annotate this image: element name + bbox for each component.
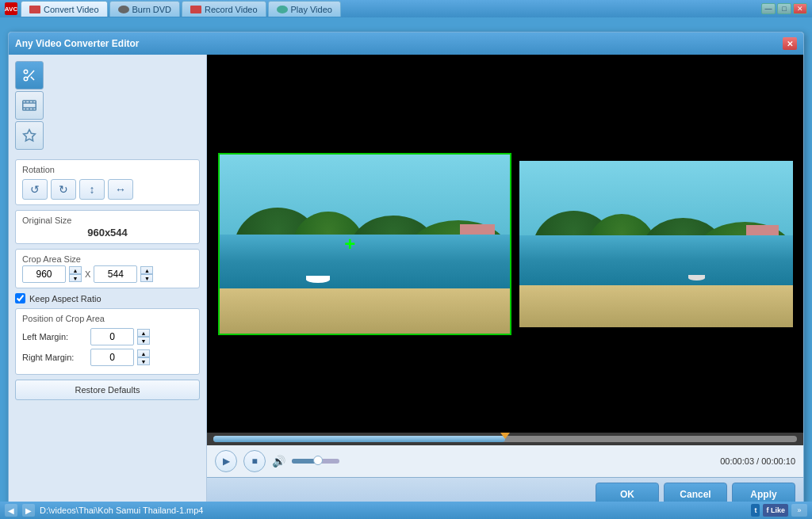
keep-aspect-row: Keep Aspect Ratio [15,293,200,303]
keep-aspect-label: Keep Aspect Ratio [29,294,102,303]
play-button[interactable]: ▶ [215,450,237,472]
beach-right [519,285,793,327]
left-panel: Rotation ↺ ↻ ↕ ↔ Original Size 960x544 C… [9,55,207,510]
app-logo: AVC [5,2,17,15]
tab-burn-dvd[interactable]: Burn DVD [109,1,181,17]
beach-scene-left [220,155,510,334]
volume-thumb[interactable] [313,456,323,465]
crop-area-section: Crop Area Size ▲ ▼ X ▲ ▼ [15,249,200,288]
right-panel: + [207,55,803,510]
crop-height-up-button[interactable]: ▲ [140,266,153,274]
tab-record-video-label: Record Video [205,5,257,14]
left-margin-label: Left Margin: [22,332,87,342]
controls-bar: ▶ ■ 🔊 00:00:03 / 00:00:10 [207,445,803,477]
tab-record-video[interactable]: Record Video [182,1,266,17]
crop-width-down-button[interactable]: ▼ [69,274,82,282]
status-next-button[interactable]: ▶ [22,504,35,517]
stop-button[interactable]: ■ [243,450,266,472]
left-margin-down-button[interactable]: ▼ [137,337,150,345]
more-button[interactable]: » [791,504,807,517]
status-file-path: D:\videos\Thai\Koh Samui Thailand-1.mp4 [40,506,746,515]
editor-dialog: Any Video Converter Editor ✕ Rotation [8,32,804,511]
crop-width-input[interactable] [22,265,66,283]
flip-horizontal-button[interactable]: ↔ [108,179,133,200]
dialog-close-button[interactable]: ✕ [783,37,797,50]
status-prev-button[interactable]: ◀ [5,504,17,517]
original-size-value: 960x544 [22,227,193,239]
keep-aspect-checkbox[interactable] [15,293,25,303]
progress-fill [213,436,505,442]
sidebar-icon-scissors[interactable] [15,61,44,90]
water-right [519,235,793,285]
tab-convert-video-label: Convert Video [44,5,99,14]
rotation-buttons: ↺ ↻ ↕ ↔ [22,179,193,200]
position-label: Position of Crop Area [22,314,193,323]
volume-icon: 🔊 [272,455,285,467]
beach-scene-right [519,161,793,327]
stop-icon: ■ [251,456,257,467]
record-video-icon [190,6,201,13]
facebook-button[interactable]: f Like [763,504,788,517]
right-margin-label: Right Margin: [22,353,87,362]
left-margin-input[interactable] [90,328,134,345]
crop-size-row: ▲ ▼ X ▲ ▼ [22,265,193,283]
original-size-label: Original Size [22,216,193,225]
flip-vertical-button[interactable]: ↕ [79,179,105,200]
twitter-button[interactable]: t [751,504,760,517]
x-separator: X [85,269,90,279]
rotate-ccw-button[interactable]: ↺ [22,179,48,200]
sidebar-icon-star[interactable] [15,121,44,150]
position-section: Position of Crop Area Left Margin: ▲ ▼ R… [15,308,200,375]
svg-point-0 [24,70,28,74]
right-margin-up-button[interactable]: ▲ [137,349,150,357]
crop-height-input[interactable] [94,265,137,283]
left-margin-up-button[interactable]: ▲ [137,329,150,337]
video-preview-right [519,161,793,327]
right-margin-input[interactable] [90,349,134,366]
beach-left [220,288,510,334]
restore-defaults-button[interactable]: Restore Defaults [15,380,200,400]
time-display: 00:00:03 / 00:00:10 [720,456,795,466]
play-video-icon [277,6,288,13]
title-controls: — □ ✕ [761,3,807,14]
dialog-title-text: Any Video Converter Editor [15,38,783,49]
tab-play-video[interactable]: Play Video [268,1,341,17]
title-bar: AVC Convert Video Burn DVD Record Video … [0,0,812,17]
original-size-section: Original Size 960x544 [15,210,200,244]
video-preview-left[interactable]: + [218,153,511,335]
svg-marker-13 [24,130,36,141]
crop-width-spinner: ▲ ▼ [69,266,82,282]
play-icon: ▶ [223,456,230,467]
dialog-content: Rotation ↺ ↻ ↕ ↔ Original Size 960x544 C… [9,55,803,510]
right-margin-down-button[interactable]: ▼ [137,357,150,365]
left-margin-spinner: ▲ ▼ [137,329,150,345]
sidebar-icon-film[interactable] [15,91,44,120]
boat2-right [688,275,705,280]
restore-icon[interactable]: □ [777,3,791,14]
right-margin-row: Right Margin: ▲ ▼ [22,349,193,366]
status-social-icons: t f Like » [751,504,807,517]
rotate-cw-button[interactable]: ↻ [51,179,76,200]
right-margin-spinner: ▲ ▼ [137,349,150,365]
tab-burn-dvd-label: Burn DVD [132,5,172,14]
status-bar: ◀ ▶ D:\videos\Thai\Koh Samui Thailand-1.… [0,502,812,519]
convert-video-icon [29,6,40,13]
title-tabs: Convert Video Burn DVD Record Video Play… [21,1,758,17]
crop-height-down-button[interactable]: ▼ [140,274,153,282]
burn-dvd-icon [118,6,129,13]
volume-slider[interactable] [292,459,339,464]
progress-thumb [500,433,510,439]
minimize-icon[interactable]: — [761,3,776,14]
crop-width-up-button[interactable]: ▲ [69,266,82,274]
water-left [220,235,510,288]
progress-bar[interactable] [213,436,797,442]
left-margin-row: Left Margin: ▲ ▼ [22,328,193,345]
crop-height-spinner: ▲ ▼ [140,266,153,282]
tab-convert-video[interactable]: Convert Video [21,1,108,17]
progress-area [207,433,803,445]
crop-area-label: Crop Area Size [22,254,193,264]
close-icon[interactable]: ✕ [793,3,807,14]
video-area: + [207,55,803,433]
svg-line-3 [31,77,34,80]
rotation-label: Rotation [22,165,193,174]
